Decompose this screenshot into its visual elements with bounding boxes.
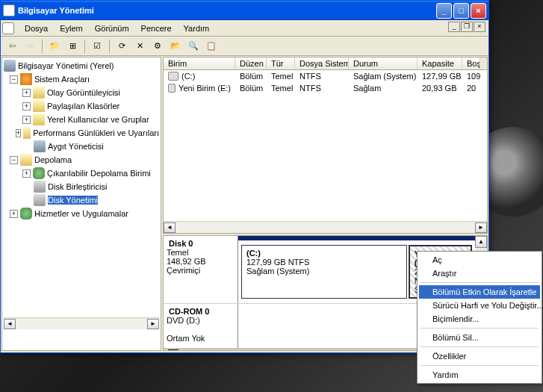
menu-view[interactable]: Görünüm [89,22,135,34]
ctx-help[interactable]: Yardım [419,368,540,382]
scroll-left-icon[interactable]: ◄ [164,223,176,233]
mdi-close[interactable]: × [474,22,485,32]
maximize-button[interactable]: □ [453,3,469,19]
properties-button[interactable]: ☑ [89,38,105,55]
col-volume[interactable]: Birim [164,57,235,69]
tree-panel[interactable]: Bilgisayar Yönetimi (Yerel) −Sistem Araç… [1,57,161,351]
tree-device-mgr[interactable]: Aygıt Yöneticisi [4,140,159,153]
menu-action[interactable]: Eylem [54,22,89,34]
context-menu: Aç Araştır Bölümü Etkin Olarak İşaretle … [417,251,542,384]
scroll-track[interactable] [16,319,147,329]
menubar: Dosya Eylem Görünüm Pencere Yardım _ ❐ × [1,20,488,37]
col-type[interactable]: Tür [267,57,295,69]
list-header: Birim Düzen Tür Dosya Sistemi Durum Kapa… [164,57,487,70]
tree-system-tools[interactable]: −Sistem Araçları [4,72,159,86]
col-free[interactable]: Boş [462,57,480,69]
forward-button[interactable]: ⇨ [22,38,38,55]
folder-icon [33,100,45,112]
event-icon [33,87,45,99]
cdrom-info[interactable]: CD-ROM 0 DVD (D:) Ortam Yok [164,304,238,348]
volume-row-e[interactable]: Yeni Birim (E:) Bölüm Temel NTFS Sağlam … [164,82,487,94]
mdi-controls: _ ❐ × [448,22,485,32]
ctx-explore[interactable]: Araştır [419,267,540,280]
main-window: Bilgisayar Yönetimi _ □ × Dosya Eylem Gö… [0,0,489,353]
ctx-properties[interactable]: Özellikler [419,349,540,363]
scroll-right-icon[interactable]: ► [147,319,159,329]
menu-icon [2,22,14,34]
partition-c[interactable]: (C:) 127,99 GB NTFS Sağlam (System) [241,245,407,299]
show-hide-button[interactable]: ⊞ [64,38,81,55]
mdi-minimize[interactable]: _ [448,22,460,32]
tree-root[interactable]: Bilgisayar Yönetimi (Yerel) [4,59,159,72]
separator [421,346,539,347]
help-button[interactable]: 📋 [203,38,220,55]
back-button[interactable]: ⇦ [4,38,20,55]
tree-hscroll[interactable]: ◄ ► [4,317,159,329]
col-status[interactable]: Durum [349,57,418,69]
ctx-open[interactable]: Aç [419,253,540,267]
tree-shared-folders[interactable]: +Paylaşılan Klasörler [4,99,159,113]
tree-storage[interactable]: −Depolama [4,153,159,167]
mdi-restore[interactable]: ❐ [461,22,473,32]
delete-button[interactable]: ✕ [131,38,148,55]
scroll-right-icon[interactable]: ► [475,223,487,233]
tree-disk-mgmt[interactable]: Disk Yönetimi [4,193,159,207]
defrag-icon [34,181,46,193]
scroll-left-icon[interactable]: ◄ [4,319,16,329]
menu-file[interactable]: Dosya [19,22,54,34]
legend-label: Birincil bölüm [183,349,232,351]
refresh-button[interactable]: ⟳ [114,38,130,55]
tree-event-viewer[interactable]: +Olay Görüntüleyicisi [4,86,159,99]
ctx-mark-active[interactable]: Bölümü Etkin Olarak İşaretle [419,285,540,299]
device-icon [34,140,46,152]
list-hscroll[interactable]: ◄ ► [164,221,487,233]
menu-help[interactable]: Yardım [178,22,216,34]
up-button[interactable]: 📁 [46,38,63,55]
minimize-button[interactable]: _ [436,3,452,19]
disk-icon [34,194,46,206]
computer-icon [4,60,16,72]
scroll-up-icon[interactable]: ▲ [475,236,487,248]
tree-defrag[interactable]: Disk Birleştiricisi [4,180,159,193]
ctx-delete[interactable]: Bölümü Sil... [419,331,540,344]
services-icon [20,208,32,220]
col-capacity[interactable]: Kapasite [418,57,462,69]
scroll-track[interactable] [176,223,475,233]
col-layout[interactable]: Düzen [235,57,267,69]
removable-icon [33,167,45,179]
expand-icon[interactable]: + [22,102,31,111]
tool-button-1[interactable]: 📂 [167,38,184,55]
ctx-change-letter[interactable]: Sürücü Harfi ve Yolu Değiştir... [419,299,540,312]
users-icon [33,113,45,125]
collapse-icon[interactable]: − [10,156,18,164]
expand-icon[interactable]: + [22,89,31,97]
tools-icon [20,73,32,85]
ctx-format[interactable]: Biçimlendir... [419,312,540,326]
volume-list: Birim Düzen Tür Dosya Sistemi Durum Kapa… [163,57,488,234]
legend-swatch [168,349,179,351]
settings-button[interactable]: ⚙ [149,38,166,55]
tool-button-2[interactable]: 🔍 [185,38,202,55]
volume-icon [168,84,176,93]
volume-row-c[interactable]: (C:) Bölüm Temel NTFS Sağlam (System) 12… [164,70,487,82]
collapse-icon[interactable]: − [10,75,18,84]
tree-local-users[interactable]: +Yerel Kullanıcılar ve Gruplar [4,113,159,126]
disk-info[interactable]: Disk 0 Temel 148,92 GB Çevrimiçi [164,236,238,303]
expand-icon[interactable]: + [22,169,31,178]
window-title: Bilgisayar Yönetimi [18,6,436,15]
storage-icon [20,154,32,166]
expand-icon[interactable]: + [10,210,18,218]
close-button[interactable]: × [471,3,486,19]
list-body[interactable]: (C:) Bölüm Temel NTFS Sağlam (System) 12… [164,70,487,221]
tree-perf-logs[interactable]: +Performans Günlükleri ve Uyarıları [4,126,159,140]
expand-icon[interactable]: + [16,129,22,137]
col-fs[interactable]: Dosya Sistemi [295,57,349,69]
expand-icon[interactable]: + [22,116,31,124]
menu-window[interactable]: Pencere [135,22,178,34]
perf-icon [23,127,31,139]
toolbar: ⇦ ⇨ 📁 ⊞ ☑ ⟳ ✕ ⚙ 📂 🔍 📋 [1,37,488,56]
titlebar[interactable]: Bilgisayar Yönetimi _ □ × [1,1,488,20]
separator [421,365,539,366]
tree-removable[interactable]: +Çıkarılabilir Depolama Birimi [4,167,159,180]
tree-services[interactable]: +Hizmetler ve Uygulamalar [4,207,159,220]
